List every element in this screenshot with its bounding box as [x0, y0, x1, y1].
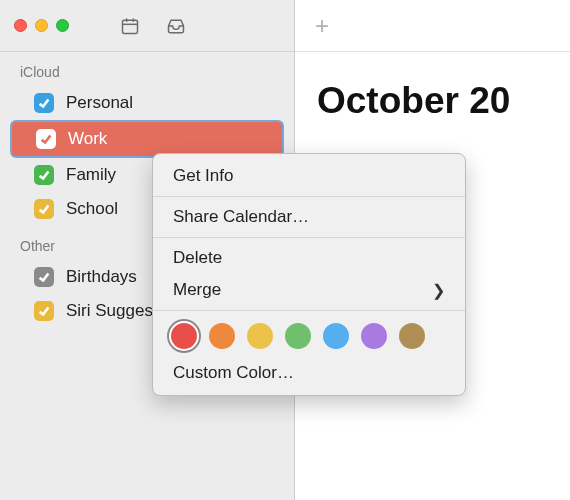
- minimize-window-button[interactable]: [35, 19, 48, 32]
- svg-rect-0: [123, 20, 138, 33]
- checkbox-school[interactable]: [34, 199, 54, 219]
- zoom-window-button[interactable]: [56, 19, 69, 32]
- calendars-toolbar-button[interactable]: [119, 15, 141, 37]
- menu-separator: [153, 237, 465, 238]
- color-swatch-brown[interactable]: [399, 323, 425, 349]
- checkbox-birthdays[interactable]: [34, 267, 54, 287]
- chevron-right-icon: ❯: [432, 281, 445, 300]
- menu-get-info[interactable]: Get Info: [153, 160, 465, 192]
- calendar-name: School: [66, 199, 118, 219]
- calendar-name: Family: [66, 165, 116, 185]
- calendar-name: Personal: [66, 93, 133, 113]
- close-window-button[interactable]: [14, 19, 27, 32]
- calendar-item-personal[interactable]: Personal: [0, 86, 294, 120]
- add-event-button[interactable]: +: [315, 12, 329, 40]
- menu-separator: [153, 196, 465, 197]
- color-swatch-purple[interactable]: [361, 323, 387, 349]
- context-menu: Get Info Share Calendar… Delete Merge ❯ …: [152, 153, 466, 396]
- checkbox-siri[interactable]: [34, 301, 54, 321]
- inbox-toolbar-button[interactable]: [165, 15, 187, 37]
- toolbar: [119, 15, 187, 37]
- color-swatch-yellow[interactable]: [247, 323, 273, 349]
- color-swatch-green[interactable]: [285, 323, 311, 349]
- calendar-name: Birthdays: [66, 267, 137, 287]
- main-toolbar: +: [295, 0, 570, 52]
- checkbox-personal[interactable]: [34, 93, 54, 113]
- color-swatch-row: [153, 315, 465, 357]
- month-title: October 20: [295, 52, 570, 122]
- menu-label: Delete: [173, 248, 222, 268]
- checkbox-family[interactable]: [34, 165, 54, 185]
- menu-share-calendar[interactable]: Share Calendar…: [153, 201, 465, 233]
- titlebar: [0, 0, 294, 52]
- color-swatch-red[interactable]: [171, 323, 197, 349]
- menu-label: Custom Color…: [173, 363, 294, 383]
- menu-custom-color[interactable]: Custom Color…: [153, 357, 465, 389]
- color-swatch-blue[interactable]: [323, 323, 349, 349]
- menu-label: Get Info: [173, 166, 233, 186]
- window-controls: [14, 19, 69, 32]
- menu-separator: [153, 310, 465, 311]
- calendar-name: Work: [68, 129, 107, 149]
- section-label-icloud: iCloud: [0, 52, 294, 86]
- checkbox-work[interactable]: [36, 129, 56, 149]
- menu-label: Merge: [173, 280, 221, 300]
- color-swatch-orange[interactable]: [209, 323, 235, 349]
- menu-merge[interactable]: Merge ❯: [153, 274, 465, 306]
- menu-label: Share Calendar…: [173, 207, 309, 227]
- menu-delete[interactable]: Delete: [153, 242, 465, 274]
